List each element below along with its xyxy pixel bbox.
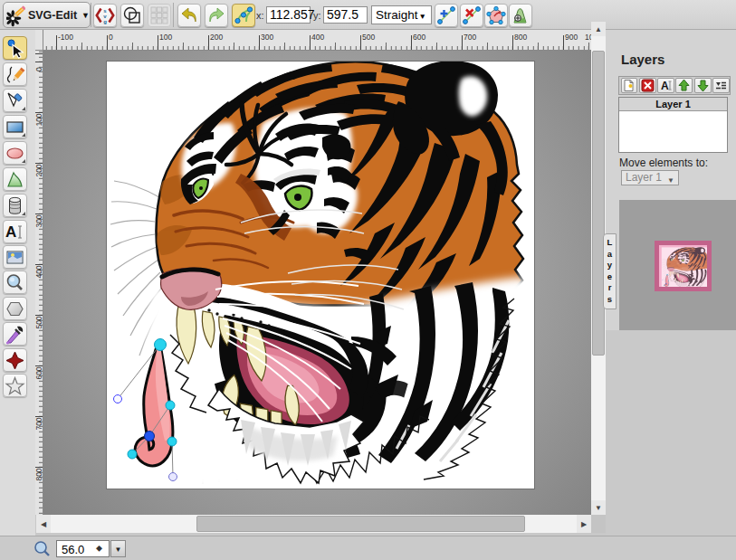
svg-text:A: A <box>5 223 16 241</box>
svg-text:g: g <box>103 19 107 24</box>
svg-text:A: A <box>661 80 669 92</box>
